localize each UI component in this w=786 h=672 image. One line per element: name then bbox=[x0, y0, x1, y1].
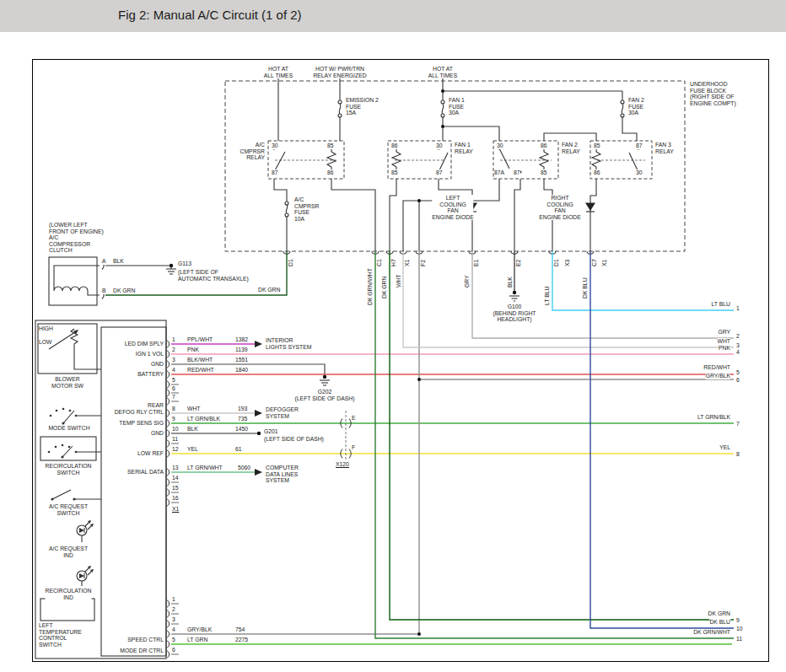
junction-dots bbox=[417, 89, 444, 202]
power-feed-wires bbox=[278, 78, 637, 141]
wiring-diagram-canvas bbox=[0, 0, 786, 672]
system-arrows bbox=[255, 341, 262, 476]
fuse-block-wiring bbox=[272, 78, 639, 254]
colored-wires bbox=[105, 251, 734, 644]
blower-switch-box bbox=[38, 324, 97, 374]
arrow-computer-data bbox=[255, 469, 262, 476]
control-head-connector-box bbox=[101, 327, 166, 656]
mode-switch-symbol bbox=[50, 408, 101, 425]
relay-output-wires bbox=[274, 179, 596, 251]
wire-dk-grn-wht bbox=[375, 251, 734, 638]
ground-g201 bbox=[257, 432, 261, 435]
fuse-block-connector-arcs bbox=[283, 251, 594, 254]
fuse-block-outline bbox=[225, 81, 685, 251]
ground-g100 bbox=[509, 291, 520, 301]
ac-compressor-clutch-group bbox=[49, 257, 171, 305]
blower-wiper-arrowhead bbox=[73, 330, 78, 335]
fuse-terminals bbox=[285, 100, 624, 217]
wire-lt-blu bbox=[552, 251, 734, 310]
wire-gry-blk bbox=[171, 251, 734, 634]
inline-connector-x120 bbox=[341, 411, 352, 465]
clutch-box bbox=[49, 257, 97, 305]
underhood-fuse-block-group bbox=[225, 81, 685, 251]
wire-dk-grn-clutch bbox=[105, 251, 287, 295]
left-cooling-fan-diode-symbol bbox=[468, 203, 476, 212]
recirculation-switch-box bbox=[40, 437, 96, 460]
recirculation-switch-symbol bbox=[48, 444, 101, 459]
arrow-interior-lights bbox=[255, 341, 262, 347]
ac-request-led-icon bbox=[77, 520, 94, 542]
relay-switch-arms bbox=[274, 148, 638, 172]
wire-gry bbox=[472, 251, 734, 338]
ground-g202 bbox=[320, 375, 330, 385]
arrow-defogger bbox=[255, 410, 262, 417]
relay-coils bbox=[327, 148, 600, 172]
fuse-elements bbox=[286, 104, 623, 213]
wire-dk-grn bbox=[390, 251, 734, 620]
ground-symbols bbox=[166, 264, 520, 636]
connector-pin-arcs bbox=[167, 341, 170, 659]
right-cooling-fan-diode-symbol bbox=[586, 203, 595, 212]
unused-pin-stubs bbox=[171, 384, 179, 654]
clutch-terminal-arcs bbox=[102, 262, 104, 299]
recirculation-led-icon bbox=[77, 566, 94, 586]
page: Fig 2: Manual A/C Circuit (1 of 2) bbox=[0, 0, 786, 672]
wire-wht bbox=[403, 251, 734, 347]
ac-request-switch-symbol bbox=[51, 490, 101, 501]
wire-dk-blu bbox=[590, 251, 734, 628]
wire-blk-wht bbox=[171, 364, 325, 375]
control-head-group bbox=[35, 320, 179, 659]
clutch-coil bbox=[54, 266, 100, 295]
temp-control-box bbox=[40, 599, 94, 621]
